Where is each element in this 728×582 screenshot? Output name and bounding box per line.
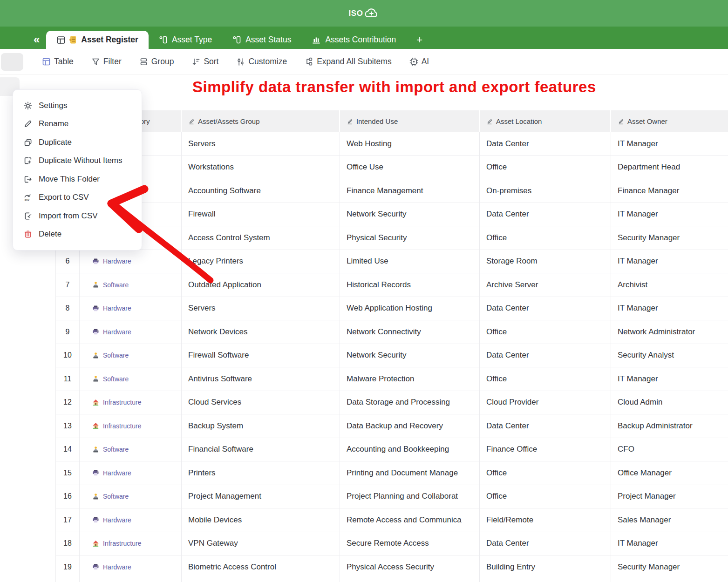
menu-item-delete[interactable]: Delete [13, 225, 142, 244]
asset-group-cell[interactable]: Email Security Gateway [182, 579, 340, 582]
collapse-sidebar-chevron-icon[interactable]: « [34, 34, 40, 45]
row-number-cell[interactable]: 6 [55, 250, 80, 273]
category-cell[interactable]: Hardware [80, 320, 182, 344]
asset-owner-cell[interactable]: Finance Manager [611, 179, 728, 203]
asset-group-cell[interactable]: Mobile Devices [182, 508, 340, 532]
intended-use-cell[interactable]: Network Connectivity [340, 320, 480, 344]
asset-group-cell[interactable]: Antivirus Software [182, 367, 340, 391]
intended-use-cell[interactable]: Email Filtering and Threat Prote [340, 579, 480, 582]
asset-owner-cell[interactable]: IT Manager [611, 297, 728, 320]
row-number-cell[interactable]: 9 [55, 320, 80, 344]
row-number-cell[interactable]: 17 [55, 508, 80, 532]
intended-use-cell[interactable]: Accounting and Bookkeeping [340, 438, 480, 461]
toolbar-customize-button[interactable]: Customize [236, 57, 287, 67]
menu-item-import-from-csv[interactable]: Import from CSV [13, 207, 142, 225]
category-cell[interactable]: Infrastructure [80, 532, 182, 555]
asset-group-cell[interactable]: Cloud Services [182, 391, 340, 414]
asset-location-cell[interactable]: Finance Office [480, 438, 611, 461]
category-cell[interactable]: Software [80, 438, 182, 461]
intended-use-cell[interactable]: Secure Remote Access [340, 532, 480, 555]
asset-group-cell[interactable]: VPN Gateway [182, 532, 340, 555]
asset-group-cell[interactable]: Servers [182, 132, 340, 156]
asset-group-cell[interactable]: Access Control System [182, 226, 340, 250]
asset-owner-cell[interactable]: Project Manager [611, 485, 728, 508]
asset-owner-cell[interactable]: IT Manager [611, 532, 728, 555]
asset-group-cell[interactable]: Firewall Software [182, 344, 340, 367]
category-cell[interactable]: Software [80, 273, 182, 297]
column-header-asset-location[interactable]: Asset Location [480, 110, 611, 132]
toolbar-sort-button[interactable]: Sort [191, 57, 218, 67]
toolbar-expand-all-subitems-button[interactable]: Expand All Subitems [305, 57, 392, 67]
intended-use-cell[interactable]: Data Storage and Processing [340, 391, 480, 414]
intended-use-cell[interactable]: Network Security [340, 344, 480, 367]
category-cell[interactable]: Hardware [80, 250, 182, 273]
asset-owner-cell[interactable]: IT Manager [611, 579, 728, 582]
asset-location-cell[interactable]: On-premises [480, 179, 611, 203]
asset-owner-cell[interactable]: Network Administrator [611, 320, 728, 344]
toolbar-ai-button[interactable]: AI [409, 57, 429, 67]
category-cell[interactable]: Hardware [80, 461, 182, 485]
asset-location-cell[interactable]: Office [480, 367, 611, 391]
asset-location-cell[interactable]: Field/Remote [480, 508, 611, 532]
row-number-cell[interactable]: 14 [55, 438, 80, 461]
tab-asset-status[interactable]: Asset Status [222, 31, 301, 49]
asset-owner-cell[interactable]: Cloud Admin [611, 391, 728, 414]
intended-use-cell[interactable]: Physical Access Security [340, 555, 480, 579]
collapsed-sidebar-stub[interactable] [1, 53, 23, 71]
intended-use-cell[interactable]: Malware Protection [340, 367, 480, 391]
intended-use-cell[interactable]: Network Security [340, 203, 480, 226]
row-number-cell[interactable]: 8 [55, 297, 80, 320]
tab-asset-type[interactable]: Asset Type [149, 31, 222, 49]
asset-owner-cell[interactable]: IT Manager [611, 203, 728, 226]
category-cell[interactable]: Hardware [80, 297, 182, 320]
menu-item-export-to-csv[interactable]: csvExport to CSV [13, 189, 142, 207]
row-number-cell[interactable]: 10 [55, 344, 80, 367]
intended-use-cell[interactable]: Web Hosting [340, 132, 480, 156]
tab-asset-register[interactable]: Asset Register [46, 31, 149, 49]
asset-group-cell[interactable]: Outdated Application [182, 273, 340, 297]
row-number-cell[interactable]: 7 [55, 273, 80, 297]
asset-location-cell[interactable]: Data Center [480, 579, 611, 582]
asset-location-cell[interactable]: Archive Server [480, 273, 611, 297]
row-number-cell[interactable]: 18 [55, 532, 80, 555]
asset-group-cell[interactable]: Workstations [182, 156, 340, 179]
asset-group-cell[interactable]: Network Devices [182, 320, 340, 344]
asset-owner-cell[interactable]: Archivist [611, 273, 728, 297]
asset-location-cell[interactable]: Data Center [480, 532, 611, 555]
category-cell[interactable]: Software [80, 344, 182, 367]
toolbar-table-button[interactable]: Table [42, 57, 74, 67]
asset-location-cell[interactable]: Storage Room [480, 250, 611, 273]
row-number-cell[interactable]: 16 [55, 485, 80, 508]
add-view-tab[interactable]: + [406, 31, 433, 49]
asset-location-cell[interactable]: Data Center [480, 297, 611, 320]
row-number-cell[interactable]: 15 [55, 461, 80, 485]
intended-use-cell[interactable]: Historical Records [340, 273, 480, 297]
asset-group-cell[interactable]: Firewall [182, 203, 340, 226]
asset-owner-cell[interactable]: Department Head [611, 156, 728, 179]
asset-group-cell[interactable]: Biometric Access Control [182, 555, 340, 579]
category-cell[interactable]: Infrastructure [80, 414, 182, 438]
intended-use-cell[interactable]: Remote Access and Communica [340, 508, 480, 532]
column-header-intended-use[interactable]: Intended Use [340, 110, 480, 132]
asset-owner-cell[interactable]: IT Manager [611, 250, 728, 273]
asset-owner-cell[interactable]: Security Manager [611, 226, 728, 250]
asset-location-cell[interactable]: Data Center [480, 414, 611, 438]
menu-item-move-this-folder[interactable]: Move This Folder [13, 170, 142, 189]
asset-group-cell[interactable]: Servers [182, 297, 340, 320]
asset-owner-cell[interactable]: Sales Manager [611, 508, 728, 532]
asset-group-cell[interactable]: Project Management [182, 485, 340, 508]
asset-owner-cell[interactable]: IT Manager [611, 132, 728, 156]
asset-group-cell[interactable]: Legacy Printers [182, 250, 340, 273]
intended-use-cell[interactable]: Web Application Hosting [340, 297, 480, 320]
row-number-cell[interactable]: 20 [55, 579, 80, 582]
asset-owner-cell[interactable]: CFO [611, 438, 728, 461]
asset-owner-cell[interactable]: Office Manager [611, 461, 728, 485]
column-header-asset-owner[interactable]: Asset Owner [611, 110, 728, 132]
toolbar-group-button[interactable]: Group [139, 57, 174, 67]
menu-item-duplicate[interactable]: Duplicate [13, 133, 142, 152]
menu-item-duplicate-without-items[interactable]: Duplicate Without Items [13, 152, 142, 170]
category-cell[interactable]: Hardware [80, 508, 182, 532]
category-cell[interactable]: Software [80, 485, 182, 508]
asset-location-cell[interactable]: Data Center [480, 203, 611, 226]
asset-group-cell[interactable]: Accounting Software [182, 179, 340, 203]
